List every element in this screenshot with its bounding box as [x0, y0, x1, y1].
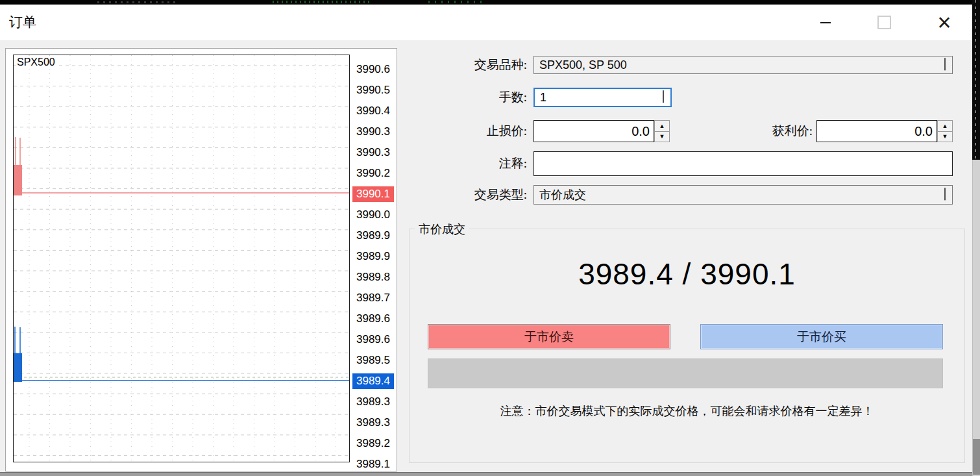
- group-title: 市价成交: [415, 221, 469, 237]
- background-app-edge-top: [0, 0, 980, 5]
- price-scale-row: 3990.4: [352, 101, 397, 121]
- price-scale-row: 3989.4: [352, 371, 397, 392]
- spin-up-button[interactable]: ▲: [654, 120, 670, 132]
- close-icon: ×: [937, 11, 951, 34]
- background-chart-pixels: [97, 1, 175, 3]
- notice-text: 注意：市价交易模式下的实际成交价格，可能会和请求价格有一定差异！: [410, 403, 964, 419]
- close-button[interactable]: ×: [923, 5, 966, 40]
- spin-up-button[interactable]: ▲: [937, 120, 953, 132]
- tick-chart-svg: [14, 55, 349, 462]
- background-chart-strip: [972, 0, 980, 160]
- chevron-down-icon: [944, 188, 946, 199]
- price-scale: 3990.63990.53990.43990.33990.33990.23990…: [352, 59, 397, 471]
- arrow-down-icon: ▼: [942, 133, 948, 140]
- maximize-icon: [877, 16, 891, 29]
- price-scale-row: 3990.2: [352, 163, 397, 184]
- comment-label: 注释:: [410, 151, 527, 176]
- minimize-button[interactable]: [804, 5, 847, 40]
- tick-chart-plot: SPX500: [13, 55, 350, 462]
- price-scale-row: 3989.9: [352, 225, 397, 246]
- symbol-select-value: SPX500, SP 500: [534, 58, 627, 72]
- price-scale-row: 3989.9: [352, 246, 397, 267]
- order-dialog: 订单 × SPX500 3990.63990.53990.43990.33990…: [0, 0, 980, 476]
- price-scale-row: 3990.6: [352, 59, 397, 80]
- takeprofit-input[interactable]: [816, 120, 937, 142]
- background-scrollbar-thumb: [973, 439, 980, 475]
- symbol-label: 交易品种:: [410, 56, 527, 74]
- type-label: 交易类型:: [410, 185, 527, 205]
- price-scale-row: 3989.6: [352, 329, 397, 350]
- market-execution-group: 市价成交 3989.4 / 3990.1 于市价卖 于市价买 注意：市价交易模式…: [409, 229, 965, 463]
- bid-ask-quote: 3989.4 / 3990.1: [410, 257, 964, 292]
- price-scale-row: 3990.0: [352, 205, 397, 225]
- buy-by-market-button[interactable]: 于市价买: [700, 324, 943, 349]
- chevron-down-icon: [663, 90, 664, 102]
- trade-type-value: 市价成交: [534, 187, 586, 203]
- price-scale-row: 3990.5: [352, 80, 397, 101]
- background-chart-pixels: [428, 1, 487, 3]
- arrow-up-icon: ▲: [942, 123, 948, 129]
- chevron-down-icon: [944, 58, 946, 69]
- spin-down-button[interactable]: ▼: [654, 132, 670, 143]
- price-scale-row: 3989.8: [352, 267, 397, 288]
- tick-chart-panel: SPX500 3990.63990.53990.43990.33990.3399…: [5, 48, 397, 471]
- price-scale-row: 3989.6: [352, 308, 397, 329]
- chart-symbol-label: SPX500: [16, 56, 56, 68]
- title-bar: 订单 ×: [0, 5, 972, 40]
- comment-input[interactable]: [533, 151, 953, 176]
- price-scale-row: 3989.5: [352, 350, 397, 371]
- price-scale-row: 3989.2: [352, 433, 397, 454]
- background-scrollbar-track: [972, 160, 980, 476]
- takeprofit-spinner: ▲ ▼: [937, 120, 953, 142]
- stoploss-label: 止损价:: [410, 120, 527, 142]
- background-chart-pixels: [273, 1, 370, 3]
- progress-bar: [428, 358, 943, 388]
- price-scale-row: 3989.3: [352, 392, 397, 412]
- background-app-edge-bottom: [0, 472, 980, 476]
- stoploss-spinner: ▲ ▼: [654, 120, 670, 142]
- price-scale-row: 3990.1: [352, 184, 397, 205]
- stoploss-input[interactable]: [533, 120, 654, 142]
- window-title: 订单: [9, 5, 36, 40]
- price-scale-row: 3989.3: [352, 412, 397, 433]
- arrow-down-icon: ▼: [659, 133, 665, 140]
- price-scale-row: 3989.7: [352, 288, 397, 308]
- takeprofit-label: 获利价:: [696, 120, 813, 142]
- symbol-select[interactable]: SPX500, SP 500: [533, 56, 953, 74]
- volume-label: 手数:: [410, 88, 527, 107]
- price-scale-row: 3989.1: [352, 454, 397, 471]
- sell-by-market-button[interactable]: 于市价卖: [428, 324, 670, 349]
- trade-type-select[interactable]: 市价成交: [533, 185, 953, 205]
- volume-value: 1: [535, 91, 546, 105]
- minimize-icon: [820, 22, 831, 23]
- price-scale-row: 3990.3: [352, 121, 397, 142]
- background-app-edge-right: [972, 0, 980, 476]
- volume-combobox[interactable]: 1: [533, 88, 672, 107]
- price-scale-row: 3990.3: [352, 142, 397, 163]
- spin-down-button[interactable]: ▼: [937, 132, 953, 143]
- maximize-button[interactable]: [863, 5, 905, 40]
- arrow-up-icon: ▲: [659, 123, 665, 129]
